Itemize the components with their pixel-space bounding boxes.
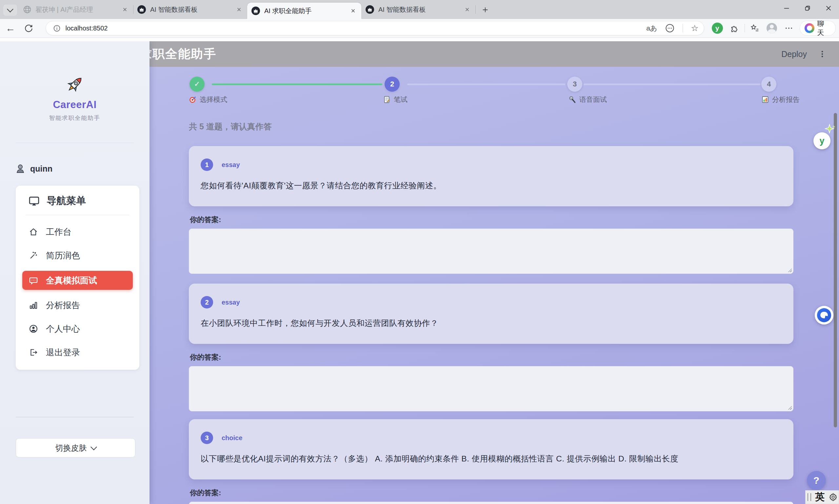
page-scrollbar[interactable] (834, 113, 837, 427)
tab-1[interactable]: 翟茯坤 | AI产品经理 (19, 0, 133, 19)
tab-3-active[interactable]: AI 求职全能助手 (247, 3, 361, 19)
sidebar-item-workbench[interactable]: 工作台 (22, 224, 133, 240)
question-card-3: 3 choice 以下哪些是优化AI提示词的有效方法？（多选） A. 添加明确的… (189, 419, 793, 480)
answer-textarea-3[interactable] (189, 502, 793, 504)
divider (744, 24, 745, 32)
ime-toolbar[interactable]: 英 (805, 490, 839, 504)
tab-2[interactable]: AI 智能数据看板 (133, 0, 247, 19)
page-title: 求职全能助手 (150, 46, 217, 62)
user-row: quinn (15, 163, 150, 174)
tab-close-icon[interactable] (121, 5, 129, 14)
question-number-badge: 2 (201, 296, 213, 308)
chat-assistant-fab[interactable] (815, 306, 834, 325)
reading-more-icon[interactable] (665, 23, 675, 33)
copilot-icon (805, 23, 815, 33)
answer-label: 你的答案: (190, 215, 839, 224)
ime-drag-handle-icon[interactable] (807, 493, 811, 501)
ime-language-mode[interactable]: 英 (815, 490, 825, 504)
tab-4[interactable]: AI 智能数据看板 (361, 0, 475, 19)
back-button[interactable]: ← (3, 21, 18, 35)
tab-close-icon[interactable] (235, 5, 243, 14)
refresh-button[interactable] (22, 21, 36, 35)
bar-chart-icon (29, 301, 38, 310)
extension-y-icon[interactable]: y (711, 22, 724, 35)
answer-textarea-2[interactable] (189, 366, 793, 411)
step-label-2: 笔试 (383, 95, 408, 104)
switch-skin-button[interactable]: 切换皮肤 (16, 438, 135, 457)
tab-title: AI 求职全能助手 (264, 6, 349, 15)
settings-more-icon[interactable] (782, 22, 795, 35)
question-type: essay (222, 161, 240, 169)
minimize-button[interactable] (776, 0, 797, 16)
avatar (767, 23, 777, 33)
nav-menu-title: 导航菜单 (16, 194, 139, 208)
screen-share-icon (28, 195, 40, 207)
question-text: 在小团队环境中工作时，您如何与开发人员和运营团队有效协作？ (201, 318, 782, 329)
help-fab[interactable]: ? (807, 471, 826, 490)
chat-bubble-icon (817, 308, 831, 322)
window-controls (776, 0, 839, 16)
tab-close-icon[interactable] (349, 6, 357, 15)
sidebar-divider (16, 143, 134, 143)
sidebar-item-analysis-report[interactable]: 分析报告 (22, 297, 133, 313)
profile-avatar[interactable] (765, 22, 778, 35)
question-number-badge: 1 (201, 159, 213, 171)
deploy-button[interactable]: Deploy (781, 50, 807, 59)
logout-icon (29, 348, 38, 357)
kebab-menu-icon[interactable] (818, 50, 826, 58)
globe-icon (23, 5, 32, 14)
answer-textarea-1[interactable] (189, 229, 793, 274)
target-icon (189, 96, 197, 104)
user-icon (29, 324, 38, 334)
close-window-button[interactable] (818, 0, 839, 16)
translate-icon[interactable]: aあ (646, 23, 657, 33)
question-text: 以下哪些是优化AI提示词的有效方法？（多选） A. 添加明确的约束条件 B. 使… (201, 453, 782, 464)
question-head: 3 choice (201, 432, 782, 444)
crown-favicon-icon (251, 6, 260, 15)
bookmark-star-icon[interactable]: ☆ (691, 24, 698, 32)
mic-icon (568, 96, 576, 104)
copilot-button[interactable]: 聊天 (800, 21, 836, 36)
answer-label: 你的答案: (190, 488, 839, 498)
extensions-puzzle-icon[interactable] (727, 22, 741, 35)
nav-menu-card: 导航菜单 工作台 简历润色 全真模拟面试 (16, 186, 139, 370)
back-arrow-icon: ← (5, 23, 15, 33)
step-node-3: 3 (567, 77, 582, 92)
site-info-icon[interactable] (53, 24, 61, 32)
sidebar-item-mock-interview[interactable]: 全真模拟面试 (22, 271, 133, 290)
chevron-down-icon (90, 444, 97, 450)
resize-handle-icon[interactable] (787, 405, 792, 410)
tab-close-icon[interactable] (463, 5, 472, 14)
tab-title: AI 智能数据看板 (150, 5, 235, 14)
header-actions: Deploy (781, 50, 839, 59)
step-node-2: 2 (384, 77, 400, 92)
question-head: 1 essay (201, 159, 782, 171)
question-card-2: 2 essay 在小团队环境中工作时，您如何与开发人员和运营团队有效协作？ (189, 284, 793, 344)
question-card-1: 1 essay 您如何看待'AI颠覆教育'这一愿景？请结合您的教育行业经验阐述。 (189, 146, 793, 206)
tab-search-button[interactable] (3, 4, 17, 16)
answer-area-2 (189, 366, 793, 411)
answer-area-1 (189, 229, 793, 274)
chart-icon (761, 96, 769, 104)
exam-instruction: 共 5 道题，请认真作答 (189, 121, 839, 132)
sidebar-item-resume-polish[interactable]: 简历润色 (22, 247, 133, 264)
tab-title: AI 智能数据看板 (378, 5, 463, 14)
collections-icon[interactable] (748, 22, 761, 35)
y-badge: y (712, 23, 723, 34)
main-content: ✓ 2 3 4 选择模式 笔试 语音面试 分析报告 (150, 67, 839, 504)
sidebar-item-profile[interactable]: 个人中心 (22, 321, 133, 337)
restore-button[interactable] (797, 0, 818, 16)
step-label-4: 分析报告 (761, 95, 800, 104)
rocket-icon (64, 74, 85, 95)
resize-handle-icon[interactable] (787, 268, 792, 272)
crown-favicon-icon (365, 5, 374, 14)
app-header: 求职全能助手 Deploy (150, 41, 839, 67)
step-label-1: 选择模式 (189, 95, 227, 104)
sidebar-item-logout[interactable]: 退出登录 (22, 344, 133, 361)
url-text[interactable]: localhost:8502 (65, 24, 107, 32)
ime-settings-gear-icon[interactable] (828, 492, 838, 502)
address-bar[interactable]: localhost:8502 aあ ☆ (46, 21, 704, 35)
wand-icon (29, 251, 38, 260)
new-tab-button[interactable] (479, 3, 492, 16)
question-head: 2 essay (201, 296, 782, 308)
